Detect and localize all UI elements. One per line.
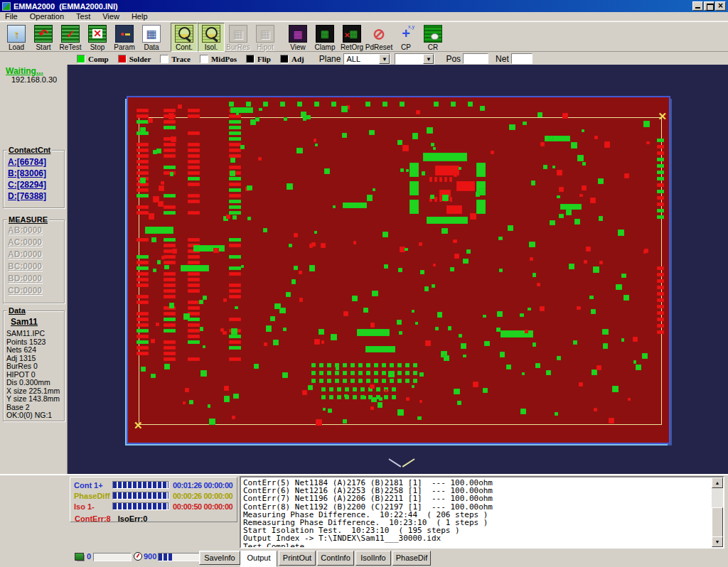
toolbar-button-retest[interactable]: ReTest [57,23,84,52]
error-counters: ContErr:8 IsoErr:0 [70,512,237,523]
bottom-panel: Cont 1+ 00:01:26 00:00:00 PhaseDiff 00:0… [0,474,728,567]
contactcnt-title: ContactCnt [7,146,52,154]
data-nets: Nets 624 [4,346,64,355]
measure-cd: CD:0000 [4,285,64,297]
net-input[interactable] [511,53,532,64]
tab-printout[interactable]: PrintOut [279,551,316,566]
toolbar-button-load[interactable]: Load [3,23,30,52]
toolbar-button-retorg[interactable]: RetOrg [338,23,365,52]
pcb-view[interactable] [68,65,728,474]
contact-d-link[interactable]: D:[76388] [4,190,64,202]
solder-color-swatch [118,55,127,63]
flip-color-swatch [246,55,255,63]
toolbar-button-pdreset[interactable]: PdReset [365,23,392,52]
log-line: Output Index -> T:\INDEX\Sam11___30000.i… [243,534,710,542]
status-waiting-link[interactable]: Waiting... [6,66,43,76]
toggle-adj[interactable]: Adj [280,55,304,63]
scroll-up-icon[interactable]: ▲ [712,477,723,488]
toggle-midpos[interactable]: MidPos [200,55,237,63]
tab-phasedif[interactable]: PhaseDif [392,551,431,566]
toolbar-button-cont[interactable]: Cont. [171,23,198,52]
pos-input[interactable] [463,53,488,64]
monitor-panel: Cont 1+ 00:01:26 00:00:00 PhaseDiff 00:0… [70,477,237,522]
ip-address: 192.168.0.30 [11,75,57,84]
restore-button[interactable] [704,1,714,11]
stop-icon [88,25,107,43]
measure-group: MEASURE AB:0000 AC:0000 AD:0000 BC:0000 … [3,220,65,303]
window-title: EMMA2000 (EMMA2000.INI) [14,2,692,11]
isolation-icon [202,25,220,43]
toolbar-button-param[interactable]: Param [111,23,138,52]
contact-a-link[interactable]: A:[66784] [4,156,64,168]
tab-continfo[interactable]: ContInfo [317,551,354,566]
pcb-board[interactable] [128,97,669,443]
computer-icon [75,553,84,561]
menu-operation[interactable]: Operation [30,12,64,21]
menu-file[interactable]: File [5,12,18,21]
menu-help[interactable]: Help [132,12,148,21]
data-okng: OK:0(0) NG:1 [4,411,64,420]
contact-b-link[interactable]: B:[83006] [4,168,64,179]
cont-progress-bar [112,481,169,489]
data-file: SAM11.IPC [4,330,64,338]
tab-output[interactable]: Output [240,551,277,567]
toolbar-button-view[interactable]: View [284,23,311,52]
continuity-icon [175,25,193,43]
data-group-title: Data [7,306,27,315]
toggle-trace[interactable]: Trace [160,55,191,63]
filter-bar: Comp Solder Trace MidPos Flip Adj Plane … [0,53,728,65]
contact-c-link[interactable]: C:[28294] [4,179,64,190]
pcb-board-frame [127,96,670,444]
data-icon [142,25,161,43]
toggle-flip[interactable]: Flip [246,55,271,63]
saveinfo-button[interactable]: SaveInfo [199,551,240,565]
toolbar-button-cp[interactable]: CP [392,23,419,52]
iso-label: Iso 1- [74,502,112,511]
app-window: EMMA2000 (EMMA2000.INI) File Operation T… [0,0,728,567]
menu-view[interactable]: View [102,12,119,21]
sidebar: Waiting... 192.168.0.30 ContactCnt A:[66… [0,65,68,474]
midpos-color-swatch [200,55,208,63]
log-scrollbar[interactable]: ▲ ▼ [712,477,723,547]
close-button[interactable] [715,1,726,11]
minimize-button[interactable] [692,1,703,11]
chevron-down-icon[interactable]: ▼ [379,54,390,64]
iso-error-count: IsoErr:0 [118,514,148,523]
pos-label: Pos [446,54,461,64]
toolbar-button-start[interactable]: Start [30,23,57,52]
contactcnt-group: ContactCnt A:[66784] B:[83006] C:[28294]… [3,150,65,208]
measure-title: MEASURE [7,215,49,224]
view-icon [289,25,307,43]
fiducial-x-marker-top-right [658,112,667,121]
toggle-solder[interactable]: Solder [118,55,151,63]
phasediff-time: 00:00:26 00:00:00 [173,492,232,500]
plane-dropdown[interactable]: ALL▼ [343,53,390,65]
tab-isolinfo[interactable]: IsolInfo [355,551,391,566]
toolbar-button-clamp[interactable]: Clamp [311,23,338,52]
pdreset-icon [370,25,388,43]
data-ysize: Y size 143.8mm [4,395,64,404]
splitter-chevron-icon[interactable] [389,456,414,468]
data-group: Data Sam11 SAM11.IPC Points 1523 Nets 62… [3,310,65,421]
toolbar-button-cr[interactable]: CR [419,23,446,52]
adj-color-swatch [280,55,289,63]
layer-dropdown[interactable]: ▼ [395,53,434,65]
data-dis: Dis 0.300mm [4,379,64,387]
toggle-comp[interactable]: Comp [77,55,109,63]
clamp-icon [316,25,334,43]
toolbar-button-stop[interactable]: Stop [84,23,111,52]
toolbar-button-isol[interactable]: Isol. [198,23,225,52]
retorg-icon [343,25,361,43]
chevron-down-icon[interactable]: ▼ [423,54,434,64]
measure-bd: BD:0000 [4,273,64,285]
start-icon [34,25,53,43]
scroll-down-icon[interactable]: ▼ [712,536,723,547]
toolbar-button-data[interactable]: Data [138,23,165,52]
menu-bar: File Operation Test View Help [0,12,728,21]
data-burres: BurRes 0 [4,362,64,371]
measure-ad: AD:0000 [4,249,64,261]
phasediff-label: PhaseDiff [74,492,112,500]
measure-bc: BC:0000 [4,261,64,273]
menu-test[interactable]: Test [76,12,90,21]
log-panel[interactable]: ContErr(5) Net1184 (A)2176 (B)2181 [1] -… [240,476,724,549]
